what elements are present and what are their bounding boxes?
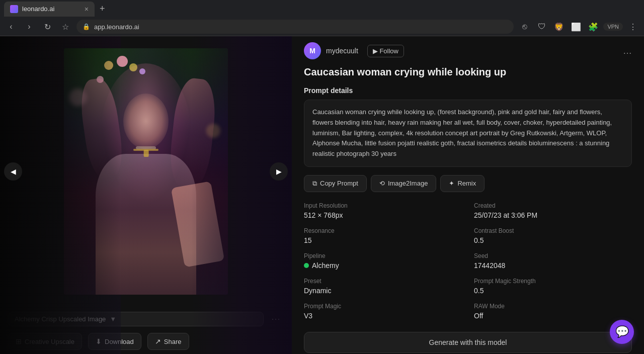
alchemy-status-dot (304, 263, 309, 268)
seed-label: Seed (474, 252, 632, 259)
avatar: M (304, 42, 321, 59)
resonance-label: Resonance (304, 227, 462, 234)
generate-with-model-button[interactable]: Generate with this model (304, 332, 632, 353)
preset-value: Dynamic (304, 287, 462, 295)
image-area: ◀ (0, 36, 292, 354)
page-content: ◀ (0, 36, 644, 354)
preset-item: Preset Dynamic (304, 278, 462, 295)
input-resolution-label: Input Resolution (304, 202, 462, 209)
prompt-text-box: Caucasian woman crying while looking up,… (304, 100, 632, 167)
prompt-magic-label: Prompt Magic (304, 303, 462, 310)
chat-fab-button[interactable]: 💬 (610, 320, 634, 344)
sidebar-toggle[interactable]: ⬜ (569, 20, 583, 34)
options-button[interactable]: … (623, 46, 632, 56)
bookmark-nav-button[interactable]: ☆ (58, 20, 72, 34)
new-tab-button[interactable]: + (97, 4, 108, 14)
remix-button[interactable]: ✦ Remix (440, 175, 485, 192)
prompt-magic-value: V3 (304, 312, 462, 320)
created-item: Created 25/07/23 at 3:06 PM (474, 202, 632, 219)
flower-decoration-5 (139, 68, 145, 74)
face-area (123, 94, 169, 149)
input-resolution-value: 512 × 768px (304, 211, 462, 219)
metadata-grid: Input Resolution 512 × 768px Created 25/… (304, 202, 632, 320)
tab-favicon (10, 5, 18, 13)
prompt-magic-strength-item: Prompt Magic Strength 0.5 (474, 278, 632, 295)
pipeline-item: Pipeline Alchemy (304, 252, 462, 270)
bg-flower-glow-1 (69, 88, 87, 106)
image-viewer: ◀ (0, 36, 292, 307)
tab-title: leonardo.ai (22, 5, 54, 13)
back-button[interactable]: ‹ (4, 20, 18, 34)
raw-mode-label: RAW Mode (474, 303, 632, 310)
tab-bar: leonardo.ai × + (0, 0, 644, 18)
share-label: Share (164, 338, 182, 345)
details-section: M mydecuult ▶ Follow … Caucasian woman c… (292, 36, 644, 354)
resonance-item: Resonance 15 (304, 227, 462, 244)
share-button[interactable]: ↗ Share (147, 333, 189, 350)
extensions-icon[interactable]: 🧩 (586, 20, 600, 34)
prompt-magic-item: Prompt Magic V3 (304, 303, 462, 320)
pipeline-value: Alchemy (304, 261, 462, 270)
user-row: M mydecuult ▶ Follow … (304, 42, 632, 59)
prompt-magic-strength-value: 0.5 (474, 287, 632, 295)
follow-button[interactable]: ▶ Follow (367, 45, 404, 57)
forward-button[interactable]: › (22, 20, 36, 34)
share-nav-button[interactable]: ⎋ (518, 20, 532, 34)
shield-icon[interactable]: 🛡 (535, 20, 549, 34)
tab-close-btn[interactable]: × (85, 5, 89, 13)
flower-decoration-2 (117, 56, 128, 67)
remix-icon: ✦ (449, 180, 454, 187)
resonance-value: 15 (304, 236, 462, 244)
contrast-boost-value: 0.5 (474, 236, 632, 244)
vpn-label: VPN (607, 24, 619, 30)
more-options-button[interactable]: ⋯ (268, 311, 284, 327)
raw-mode-value: Off (474, 312, 632, 320)
prompt-text: Caucasian woman crying while looking up,… (312, 108, 612, 157)
nav-actions: ⎋ 🛡 🦁 ⬜ 🧩 VPN ⋮ (518, 20, 640, 34)
next-arrow-icon: ▶ (276, 167, 282, 175)
preset-label: Preset (304, 278, 462, 285)
flower-decoration-1 (104, 61, 113, 70)
flower-decoration-3 (129, 63, 137, 71)
prompt-magic-strength-label: Prompt Magic Strength (474, 278, 632, 285)
copy-prompt-label: Copy Prompt (320, 180, 358, 187)
chat-icon: 💬 (615, 325, 629, 338)
menu-button[interactable]: ⋮ (626, 20, 640, 34)
copy-prompt-button[interactable]: ⧉ Copy Prompt (304, 175, 367, 192)
image2image-icon: ⟲ (379, 180, 385, 187)
lock-icon: 🔒 (83, 23, 90, 30)
prev-image-button[interactable]: ◀ (4, 162, 22, 181)
address-bar[interactable]: 🔒 app.leonardo.ai (76, 20, 514, 34)
image-title: Caucasian woman crying while looking up (304, 65, 632, 78)
remix-label: Remix (457, 180, 476, 187)
input-resolution-item: Input Resolution 512 × 768px (304, 202, 462, 219)
prompt-actions: ⧉ Copy Prompt ⟲ Image2Image ✦ Remix (304, 175, 632, 192)
vpn-badge[interactable]: VPN (603, 23, 623, 31)
copy-prompt-icon: ⧉ (312, 180, 317, 188)
pendant-detail (144, 150, 149, 157)
next-image-button[interactable]: ▶ (270, 162, 288, 181)
bg-flower-glow-2 (206, 124, 220, 138)
raw-mode-item: RAW Mode Off (474, 303, 632, 320)
image2image-label: Image2Image (388, 180, 428, 187)
image2image-button[interactable]: ⟲ Image2Image (371, 175, 437, 192)
refresh-button[interactable]: ↻ (40, 20, 54, 34)
created-value: 25/07/23 at 3:06 PM (474, 211, 632, 219)
active-tab[interactable]: leonardo.ai × (4, 2, 95, 17)
brave-lion-icon[interactable]: 🦁 (552, 20, 566, 34)
share-icon: ↗ (155, 337, 161, 345)
pipeline-label: Pipeline (304, 252, 462, 259)
contrast-boost-item: Contrast Boost 0.5 (474, 227, 632, 244)
username: mydecuult (326, 47, 358, 55)
ai-generated-image (64, 48, 228, 295)
seed-value: 17442048 (474, 261, 632, 270)
browser-chrome: leonardo.ai × + ‹ › ↻ ☆ 🔒 app.leonardo.a… (0, 0, 644, 36)
nav-bar: ‹ › ↻ ☆ 🔒 app.leonardo.ai ⎋ 🛡 🦁 ⬜ 🧩 VPN … (0, 18, 644, 36)
prev-arrow-icon: ◀ (11, 167, 16, 175)
created-label: Created (474, 202, 632, 209)
seed-item: Seed 17442048 (474, 252, 632, 270)
prompt-section-label: Prompt details (304, 86, 632, 95)
url-text: app.leonardo.ai (94, 23, 139, 31)
contrast-boost-label: Contrast Boost (474, 227, 632, 234)
